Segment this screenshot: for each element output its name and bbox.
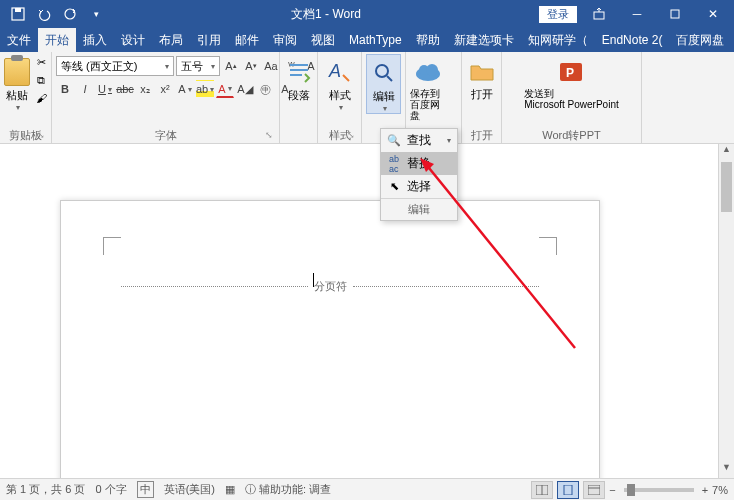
tab-view[interactable]: 视图 xyxy=(304,28,342,52)
page-count[interactable]: 第 1 页，共 6 页 xyxy=(6,482,85,497)
copy-icon[interactable]: ⧉ xyxy=(32,72,50,88)
tab-endnote[interactable]: EndNote 2( xyxy=(595,28,670,52)
tab-insert[interactable]: 插入 xyxy=(76,28,114,52)
svg-text:A: A xyxy=(328,61,341,81)
italic-button[interactable]: I xyxy=(76,80,94,98)
paste-icon xyxy=(4,58,30,86)
dialog-launcher-icon[interactable]: ⤡ xyxy=(265,130,273,140)
tab-home[interactable]: 开始 xyxy=(38,28,76,52)
clear-formatting-icon[interactable]: A◢ xyxy=(236,80,254,98)
zoom-level[interactable]: 7% xyxy=(712,484,728,496)
search-icon xyxy=(370,59,398,87)
send-to-ppt-button[interactable]: P 发送到 Microsoft PowerPoint xyxy=(524,54,618,110)
undo-icon[interactable] xyxy=(34,4,54,24)
group-font-label: 字体⤡ xyxy=(56,127,275,143)
scroll-thumb[interactable] xyxy=(721,162,732,212)
font-name-select[interactable]: 等线 (西文正文)▾ xyxy=(56,56,174,76)
open-label: 打开 xyxy=(471,88,493,100)
svg-rect-20 xyxy=(588,485,600,495)
grow-font-icon[interactable]: A▴ xyxy=(222,57,240,75)
lang-indicator-icon[interactable]: 中 xyxy=(137,481,154,498)
minimize-icon[interactable]: ─ xyxy=(620,0,654,28)
save-baidu-button[interactable]: 保存到 百度网盘 xyxy=(410,54,446,121)
tab-mailings[interactable]: 邮件 xyxy=(228,28,266,52)
tab-file[interactable]: 文件 xyxy=(0,28,38,52)
bold-button[interactable]: B xyxy=(56,80,74,98)
word-count[interactable]: 0 个字 xyxy=(95,482,126,497)
editing-dropdown: 🔍 查找 ▾ abac 替换 ⬉ 选择 编辑 xyxy=(380,128,458,221)
cut-icon[interactable]: ✂ xyxy=(32,54,50,70)
styles-label: 样式 xyxy=(329,88,351,103)
dialog-launcher-icon[interactable]: ⤡ xyxy=(347,130,355,140)
tab-design[interactable]: 设计 xyxy=(114,28,152,52)
editing-label: 编辑 xyxy=(373,89,395,104)
cursor-icon: ⬉ xyxy=(387,180,401,194)
tab-custom[interactable]: 新建选项卡 xyxy=(447,28,521,52)
styles-button[interactable]: A 样式 ▾ xyxy=(322,54,357,112)
dropdown-footer: 编辑 xyxy=(381,198,457,220)
replace-menu-item[interactable]: abac 替换 xyxy=(381,152,457,175)
zoom-out-icon[interactable]: − xyxy=(609,484,615,496)
accessibility[interactable]: ⓘ辅助功能: 调查 xyxy=(245,482,331,497)
macro-icon[interactable]: ▦ xyxy=(225,483,235,496)
chevron-down-icon: ▾ xyxy=(16,103,20,112)
tab-mathtype[interactable]: MathType xyxy=(342,28,409,52)
tab-cnki[interactable]: 知网研学（ xyxy=(521,28,595,52)
font-color-icon[interactable]: A▾ xyxy=(216,80,234,98)
language[interactable]: 英语(美国) xyxy=(164,482,215,497)
document-area[interactable]: 分页符 xyxy=(0,144,718,478)
enclose-characters-icon[interactable]: ㊥ xyxy=(256,80,274,98)
tab-references[interactable]: 引用 xyxy=(190,28,228,52)
maximize-icon[interactable] xyxy=(658,0,692,28)
svg-rect-4 xyxy=(671,10,679,18)
margin-corner xyxy=(103,237,121,255)
search-icon: 🔍 xyxy=(387,134,401,148)
svg-rect-1 xyxy=(15,8,21,12)
tab-help[interactable]: 帮助 xyxy=(409,28,447,52)
find-menu-item[interactable]: 🔍 查找 ▾ xyxy=(381,129,457,152)
superscript-button[interactable]: x² xyxy=(156,80,174,98)
qat-customize-icon[interactable]: ▾ xyxy=(86,4,106,24)
ribbon-display-icon[interactable] xyxy=(582,0,616,28)
open-button[interactable]: 打开 xyxy=(466,54,497,100)
web-layout-icon[interactable] xyxy=(583,481,605,499)
chevron-down-icon: ▾ xyxy=(211,62,215,71)
highlight-icon[interactable]: ab▾ xyxy=(196,80,214,98)
font-name-value: 等线 (西文正文) xyxy=(61,59,137,74)
change-case-icon[interactable]: Aa xyxy=(262,57,280,75)
close-icon[interactable]: ✕ xyxy=(696,0,730,28)
svg-point-12 xyxy=(426,64,438,76)
zoom-in-icon[interactable]: + xyxy=(702,484,708,496)
dialog-launcher-icon[interactable]: ⤡ xyxy=(37,130,45,140)
save-icon[interactable] xyxy=(8,4,28,24)
tab-baidu[interactable]: 百度网盘 xyxy=(669,28,731,52)
statusbar: 第 1 页，共 6 页 0 个字 中 英语(美国) ▦ ⓘ辅助功能: 调查 − … xyxy=(0,478,734,500)
ribbon: 粘贴 ▾ ✂ ⧉ 🖌 剪贴板⤡ 等线 (西文正文)▾ 五号▾ A▴ A▾ Aa … xyxy=(0,52,734,144)
editing-button[interactable]: 编辑 ▾ xyxy=(366,54,401,114)
print-layout-icon[interactable] xyxy=(557,481,579,499)
subscript-button[interactable]: x₂ xyxy=(136,80,154,98)
zoom-slider[interactable] xyxy=(624,488,694,492)
strikethrough-button[interactable]: abc xyxy=(116,80,134,98)
scroll-down-icon[interactable]: ▼ xyxy=(719,462,734,478)
scroll-up-icon[interactable]: ▲ xyxy=(719,144,734,160)
format-painter-icon[interactable]: 🖌 xyxy=(32,90,50,106)
shrink-font-icon[interactable]: A▾ xyxy=(242,57,260,75)
tab-layout[interactable]: 布局 xyxy=(152,28,190,52)
text-effects-icon[interactable]: A▾ xyxy=(176,80,194,98)
redo-icon[interactable] xyxy=(60,4,80,24)
cloud-icon xyxy=(414,58,442,86)
underline-button[interactable]: U▾ xyxy=(96,80,114,98)
zoom-knob[interactable] xyxy=(627,484,635,496)
login-button[interactable]: 登录 xyxy=(538,5,578,24)
window-title: 文档1 - Word xyxy=(114,6,538,23)
paste-label: 粘贴 xyxy=(6,88,28,103)
select-menu-item[interactable]: ⬉ 选择 xyxy=(381,175,457,198)
paste-button[interactable]: 粘贴 ▾ xyxy=(4,54,30,112)
page[interactable]: 分页符 xyxy=(60,200,600,478)
read-mode-icon[interactable] xyxy=(531,481,553,499)
vertical-scrollbar[interactable]: ▲ ▼ xyxy=(718,144,734,478)
font-size-select[interactable]: 五号▾ xyxy=(176,56,220,76)
tab-review[interactable]: 审阅 xyxy=(266,28,304,52)
paragraph-button[interactable]: 段落 xyxy=(284,54,313,103)
